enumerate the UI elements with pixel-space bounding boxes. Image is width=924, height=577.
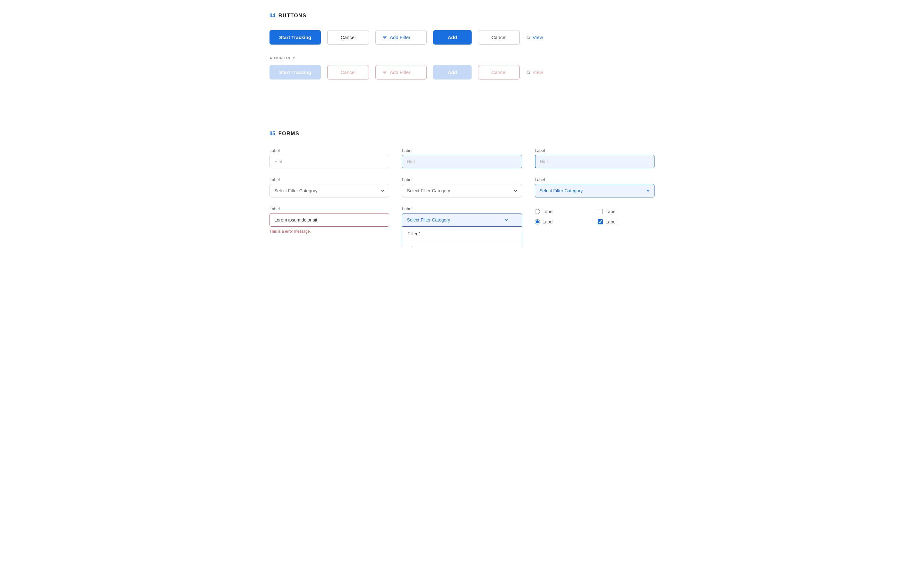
- check-icon: ✓: [513, 245, 517, 247]
- field-label-2: Label: [402, 148, 522, 153]
- dropdown-menu: Filter 1 Filter 2 ✓ Filter 3 Filter 4 Ba…: [402, 227, 522, 247]
- separator: [270, 99, 654, 118]
- form-field-text1: Label: [270, 148, 389, 168]
- forms-grid: Label Label Label Label Select Filter Ca…: [270, 148, 654, 234]
- radio-label-2: Label: [543, 219, 553, 224]
- select-input-3[interactable]: Select Filter Category Filter 1 Filter 2…: [535, 184, 654, 197]
- admin-view-button[interactable]: View: [526, 69, 543, 75]
- admin-filter-icon: [382, 70, 387, 75]
- checkbox-input-2[interactable]: [598, 219, 603, 224]
- checkbox-input-1[interactable]: [598, 209, 603, 214]
- form-field-text2: Label: [402, 148, 522, 168]
- admin-start-tracking-button[interactable]: Start Tracking: [270, 65, 321, 79]
- field-label-6: Label: [535, 177, 654, 182]
- form-field-select3: Label Select Filter Category Filter 1 Fi…: [535, 177, 654, 197]
- dropdown-item-1[interactable]: Filter 1: [402, 227, 521, 241]
- dropdown-item-2-label: Filter 2: [407, 245, 421, 247]
- checkbox-item-2[interactable]: Label: [598, 219, 654, 224]
- form-field-text3: Label: [535, 148, 654, 168]
- open-select-wrapper: Select Filter Category: [402, 213, 522, 227]
- field-label-5: Label: [402, 177, 522, 182]
- admin-view-label: View: [533, 69, 543, 75]
- radio-input-2[interactable]: [535, 219, 540, 224]
- form-field-error: Label This is a error message.: [270, 206, 389, 234]
- forms-section-title: FORMS: [278, 131, 299, 137]
- page-container: 04 BUTTONS Start Tracking Cancel Add Fil…: [231, 0, 693, 247]
- buttons-section-title: BUTTONS: [278, 13, 307, 19]
- buttons-heading: 04 BUTTONS: [270, 13, 654, 19]
- buttons-section-number: 04: [270, 13, 275, 19]
- select-wrapper-1: Select Filter Category Filter 1 Filter 2…: [270, 184, 389, 197]
- admin-add-filter-button[interactable]: Add Filter: [375, 65, 427, 79]
- admin-search-icon: [526, 70, 531, 75]
- radio-checkbox-area: Label Label Label Label: [535, 206, 654, 234]
- form-field-dropdown-open: Label Select Filter Category Filter 1: [402, 206, 522, 234]
- svg-point-8: [527, 71, 529, 73]
- field-label-7: Label: [270, 206, 389, 211]
- radio-item-1[interactable]: Label: [535, 209, 591, 214]
- cancel-button[interactable]: Cancel: [327, 30, 369, 45]
- chevron-down-open-icon: [504, 218, 509, 222]
- admin-button-row: Start Tracking Cancel Add Filter Add Can…: [270, 65, 654, 79]
- dropdown-item-2[interactable]: Filter 2 ✓: [402, 241, 521, 247]
- field-label-3: Label: [535, 148, 654, 153]
- field-label-1: Label: [270, 148, 389, 153]
- select-input-1[interactable]: Select Filter Category Filter 1 Filter 2…: [270, 184, 389, 197]
- search-icon: [526, 35, 531, 40]
- start-tracking-button[interactable]: Start Tracking: [270, 30, 321, 45]
- checkbox-label-2: Label: [606, 219, 616, 224]
- radio-label-1: Label: [543, 209, 553, 214]
- select-wrapper-3: Select Filter Category Filter 1 Filter 2…: [535, 184, 654, 197]
- admin-cancel-button[interactable]: Cancel: [327, 65, 369, 79]
- radio-input-1[interactable]: [535, 209, 540, 214]
- admin-add-button[interactable]: Add: [433, 65, 472, 79]
- svg-point-3: [527, 36, 529, 39]
- add-filter-button[interactable]: Add Filter: [375, 30, 427, 45]
- buttons-section: 04 BUTTONS Start Tracking Cancel Add Fil…: [270, 13, 654, 79]
- form-field-select1: Label Select Filter Category Filter 1 Fi…: [270, 177, 389, 197]
- admin-cancel2-button[interactable]: Cancel: [478, 65, 520, 79]
- add-filter-label: Add Filter: [390, 35, 410, 40]
- dropdown-item-1-label: Filter 1: [407, 231, 421, 236]
- field-label-4: Label: [270, 177, 389, 182]
- error-message: This is a error message.: [270, 229, 389, 234]
- forms-section-number: 05: [270, 131, 275, 137]
- admin-add-filter-label: Add Filter: [390, 69, 410, 75]
- open-select-label: Select Filter Category: [407, 218, 450, 222]
- text-input-1[interactable]: [270, 155, 389, 168]
- error-input[interactable]: [270, 213, 389, 227]
- forms-section: 05 FORMS Label Label Label Label: [270, 131, 654, 234]
- forms-heading: 05 FORMS: [270, 131, 654, 137]
- filter-icon: [382, 35, 387, 40]
- select-input-2[interactable]: Select Filter Category Filter 1 Filter 2…: [402, 184, 522, 197]
- admin-only-label: ADMIN ONLY: [270, 56, 654, 60]
- text-input-3[interactable]: [535, 155, 654, 168]
- field-label-8: Label: [402, 206, 522, 211]
- add-button[interactable]: Add: [433, 30, 472, 45]
- dropdown-container: Select Filter Category Filter 1 Filter 2: [402, 213, 522, 227]
- svg-line-9: [529, 73, 530, 74]
- checkbox-label-1: Label: [606, 209, 616, 214]
- form-field-select2: Label Select Filter Category Filter 1 Fi…: [402, 177, 522, 197]
- view-button[interactable]: View: [526, 35, 543, 40]
- open-select-display[interactable]: Select Filter Category: [402, 213, 522, 227]
- normal-button-row: Start Tracking Cancel Add Filter Add Can…: [270, 30, 654, 45]
- radio-item-2[interactable]: Label: [535, 219, 591, 224]
- cancel2-button[interactable]: Cancel: [478, 30, 520, 45]
- svg-line-4: [529, 38, 530, 39]
- checkbox-item-1[interactable]: Label: [598, 209, 654, 214]
- view-label: View: [533, 35, 543, 40]
- select-wrapper-2: Select Filter Category Filter 1 Filter 2…: [402, 184, 522, 197]
- text-input-2[interactable]: [402, 155, 522, 168]
